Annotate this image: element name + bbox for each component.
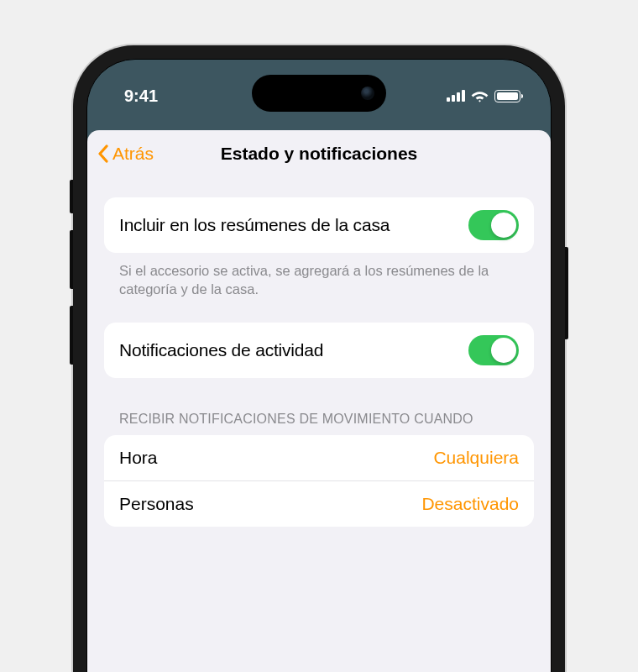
wifi-icon [471, 90, 489, 102]
page-title: Estado y notificaciones [87, 144, 551, 164]
cellular-icon [447, 90, 465, 102]
activity-notifications-toggle[interactable] [468, 335, 519, 365]
phone-device-frame: 9:41 Atrás [73, 45, 565, 672]
time-row-value: Cualquiera [433, 448, 519, 468]
people-row-value: Desactivado [421, 494, 519, 514]
navigation-bar: Atrás Estado y notificaciones [87, 130, 551, 177]
back-label: Atrás [112, 144, 154, 164]
include-summary-label: Incluir en los resúmenes de la casa [119, 215, 390, 235]
status-time: 9:41 [124, 87, 158, 106]
include-summary-footer: Si el accesorio se activa, se agregará a… [104, 253, 534, 299]
power-button [565, 247, 568, 339]
time-row[interactable]: Hora Cualquiera [104, 435, 534, 480]
people-row[interactable]: Personas Desactivado [104, 480, 534, 527]
receive-section-header: RECIBIR NOTIFICACIONES DE MOVIMIENTO CUA… [104, 378, 534, 435]
status-icons [447, 90, 520, 102]
include-summary-cell: Incluir en los resúmenes de la casa [104, 197, 534, 253]
front-camera [361, 87, 374, 100]
phone-screen: 9:41 Atrás [86, 59, 552, 672]
activity-notifications-label: Notificaciones de actividad [119, 340, 323, 360]
chevron-left-icon [97, 144, 109, 163]
time-row-label: Hora [119, 448, 158, 468]
include-summary-toggle[interactable] [468, 210, 519, 240]
dynamic-island [252, 75, 386, 112]
activity-notifications-cell: Notificaciones de actividad [104, 323, 534, 378]
app-content: Atrás Estado y notificaciones Incluir en… [87, 130, 551, 672]
battery-icon [494, 90, 520, 102]
receive-section-group: Hora Cualquiera Personas Desactivado [104, 435, 534, 527]
settings-list: Incluir en los resúmenes de la casa Si e… [87, 177, 551, 527]
back-button[interactable]: Atrás [97, 144, 154, 164]
people-row-label: Personas [119, 494, 194, 514]
